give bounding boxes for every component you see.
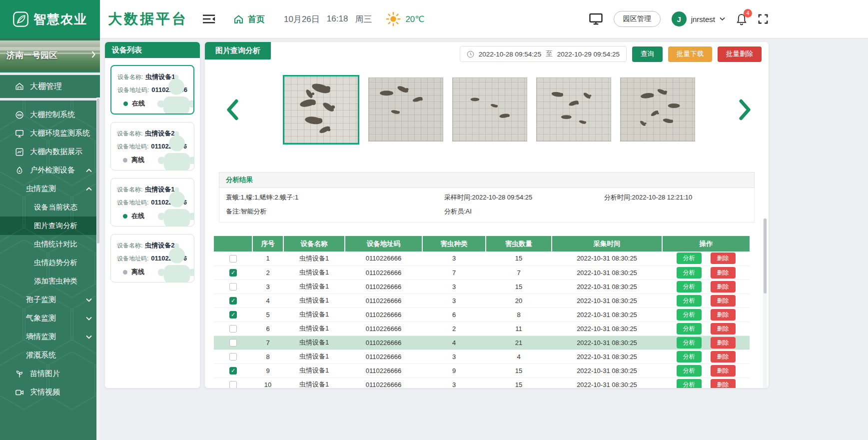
delete-button[interactable]: 删除 xyxy=(711,309,736,320)
insect-photo-thumbnail[interactable] xyxy=(536,78,611,142)
status-dot xyxy=(123,214,127,218)
range-end: 2022-10-29 09:54:25 xyxy=(557,50,620,58)
row-checkbox[interactable] xyxy=(229,339,237,346)
insect-photo-thumbnail[interactable] xyxy=(283,75,359,144)
row-checkbox[interactable] xyxy=(229,283,237,290)
logo-text: 智慧农业 xyxy=(33,11,87,28)
table-row[interactable]: 7虫情设备101102266664212022-10-31 08:30:25分析… xyxy=(214,336,750,350)
sidebar-item[interactable]: 大棚管理 xyxy=(0,75,100,98)
sidebar-item[interactable]: 大棚控制系统 xyxy=(0,106,100,124)
device-list-title: 设备列表 xyxy=(105,42,200,58)
park-banner[interactable]: 济南一号园区 xyxy=(0,40,100,70)
analyze-button[interactable]: 分析 xyxy=(677,323,702,334)
device-card[interactable]: 设备名称:虫情设备1设备地址码:0110226666在线 xyxy=(110,65,194,114)
device-card[interactable]: 设备名称:虫情设备2设备地址码:0110226666离线 xyxy=(110,122,194,170)
sidebar-item[interactable]: 苗情图片 xyxy=(0,364,100,383)
row-checkbox[interactable] xyxy=(229,381,237,388)
insect-photo-thumbnail[interactable] xyxy=(368,78,443,142)
home-link[interactable]: 首页 xyxy=(233,14,265,25)
column-header: 设备名称 xyxy=(283,236,345,252)
delete-button[interactable]: 删除 xyxy=(711,365,736,376)
user-menu[interactable]: J jnrstest xyxy=(672,12,725,26)
sidebar-item[interactable]: 墒情监测 xyxy=(0,328,100,346)
sidebar-item[interactable]: 孢子监测 xyxy=(0,290,100,309)
cell-time: 2022-10-31 08:30:25 xyxy=(552,336,662,350)
table-row[interactable]: 4虫情设备101102266663202022-10-31 08:30:25分析… xyxy=(214,294,750,308)
column-header: 害虫种类 xyxy=(422,236,486,252)
sidebar-item[interactable]: 大棚环境监测系统 xyxy=(0,124,100,142)
carousel-prev-button[interactable] xyxy=(226,99,238,120)
insect-photo-thumbnail[interactable] xyxy=(620,78,695,142)
delete-button[interactable]: 删除 xyxy=(711,281,736,292)
sidebar-item[interactable]: 虫情监测 xyxy=(0,180,100,198)
analyze-button[interactable]: 分析 xyxy=(677,337,702,348)
fullscreen-icon[interactable] xyxy=(758,14,768,24)
table-row[interactable]: 9虫情设备101102266669152022-10-31 08:30:25分析… xyxy=(214,364,750,378)
sidebar-item[interactable]: 添加害虫种类 xyxy=(0,272,100,290)
analyze-button[interactable]: 分析 xyxy=(677,295,702,306)
carousel-next-button[interactable] xyxy=(739,99,752,120)
analyze-button[interactable]: 分析 xyxy=(677,379,702,388)
sidebar-item-label: 孢子监测 xyxy=(26,295,56,304)
delete-button[interactable]: 删除 xyxy=(711,295,736,306)
scrollbar-thumb[interactable] xyxy=(764,218,767,294)
query-button[interactable]: 查询 xyxy=(632,46,663,62)
table-row[interactable]: 10虫情设备101102266663152022-10-31 08:30:25分… xyxy=(214,378,750,388)
table-scrollbar[interactable] xyxy=(763,218,767,388)
sidebar-item[interactable]: 户外检测设备 xyxy=(0,161,100,180)
collapse-menu-icon[interactable] xyxy=(203,14,215,24)
sidebar-item[interactable]: 大棚内数据展示 xyxy=(0,142,100,161)
cell-count: 4 xyxy=(486,350,552,364)
analyze-button[interactable]: 分析 xyxy=(677,281,702,292)
row-checkbox[interactable] xyxy=(229,255,237,262)
table-row[interactable]: 5虫情设备10110226666682022-10-31 08:30:25分析删… xyxy=(214,308,750,322)
sidebar-item[interactable]: 虫情统计对比 xyxy=(0,235,100,254)
analyze-button[interactable]: 分析 xyxy=(677,309,702,320)
device-card[interactable]: 设备名称:虫情设备1设备地址码:0110226666在线 xyxy=(110,178,194,226)
table-row[interactable]: 6虫情设备101102266662112022-10-31 08:30:25分析… xyxy=(214,322,750,336)
device-card[interactable]: 设备名称:虫情设备2设备地址码:0110226666离线 xyxy=(110,234,194,282)
delete-button[interactable]: 删除 xyxy=(711,379,736,388)
sidebar-item[interactable]: 虫情趋势分析 xyxy=(0,254,100,272)
delete-button[interactable]: 删除 xyxy=(711,337,736,348)
delete-button[interactable]: 删除 xyxy=(711,267,736,278)
delete-button[interactable]: 删除 xyxy=(711,252,736,264)
table-row[interactable]: 3虫情设备101102266663152022-10-31 08:30:25分析… xyxy=(214,280,750,294)
cell-name: 虫情设备1 xyxy=(283,252,345,266)
sidebar-scrollbar[interactable] xyxy=(96,98,100,440)
sidebar-item[interactable]: 图片查询分析 xyxy=(0,216,100,235)
screen-monitor-icon[interactable] xyxy=(589,13,603,25)
row-checkbox[interactable] xyxy=(229,367,237,374)
row-checkbox[interactable] xyxy=(229,297,237,304)
sidebar-item-label: 虫情监测 xyxy=(26,184,56,194)
row-checkbox[interactable] xyxy=(229,325,237,332)
delete-button[interactable]: 删除 xyxy=(711,323,736,334)
row-checkbox[interactable] xyxy=(229,311,237,318)
sidebar-item[interactable]: 灾情视频 xyxy=(0,383,100,402)
sidebar-item[interactable]: 灌溉系统 xyxy=(0,346,100,364)
table-row[interactable]: 8虫情设备10110226666342022-10-31 08:30:25分析删… xyxy=(214,350,750,364)
analyze-button[interactable]: 分析 xyxy=(677,351,702,362)
table-row[interactable]: 2虫情设备10110226666772022-10-31 08:30:25分析删… xyxy=(214,266,750,280)
batch-download-button[interactable]: 批量下载 xyxy=(668,46,712,62)
analyze-button[interactable]: 分析 xyxy=(677,365,702,376)
main-panel: 图片查询分析 2022-10-28 09:54:25 至 2022-10-29 … xyxy=(205,42,769,388)
scrollbar-thumb[interactable] xyxy=(97,98,99,244)
sidebar-item[interactable]: 设备当前状态 xyxy=(0,198,100,216)
home-icon xyxy=(233,14,244,24)
insect-photo-thumbnail[interactable] xyxy=(452,78,527,142)
batch-delete-button[interactable]: 批量删除 xyxy=(718,46,762,62)
chevron-down-icon xyxy=(86,316,92,320)
date-range-picker[interactable]: 2022-10-28 09:54:25 至 2022-10-29 09:54:2… xyxy=(460,46,627,62)
analyze-button[interactable]: 分析 xyxy=(677,252,702,264)
thumbnail-strip xyxy=(238,75,739,144)
notifications-button[interactable]: 4 xyxy=(736,13,747,26)
analyze-button[interactable]: 分析 xyxy=(677,267,702,278)
row-checkbox[interactable] xyxy=(229,269,237,276)
delete-button[interactable]: 删除 xyxy=(711,351,736,362)
column-header: 害虫数量 xyxy=(486,236,552,252)
row-checkbox[interactable] xyxy=(229,353,237,360)
sidebar-item[interactable]: 气象监测 xyxy=(0,309,100,328)
park-manage-button[interactable]: 园区管理 xyxy=(614,11,661,27)
table-row[interactable]: 1虫情设备101102266663152022-10-31 08:30:25分析… xyxy=(214,252,750,266)
